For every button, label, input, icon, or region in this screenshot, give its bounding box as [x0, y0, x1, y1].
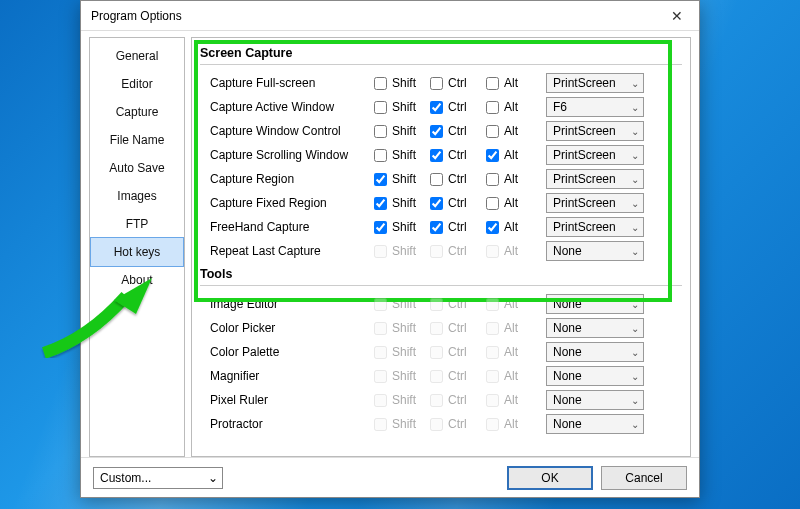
key-select[interactable]: None⌄	[546, 414, 644, 434]
sidebar-item-general[interactable]: General	[90, 42, 184, 70]
key-select-value: None	[553, 297, 582, 311]
key-select[interactable]: F6⌄	[546, 97, 644, 117]
shift-checkbox	[374, 346, 387, 359]
alt-checkbox[interactable]	[486, 149, 499, 162]
shift-label: Shift	[392, 417, 416, 431]
ctrl-modifier: Ctrl	[430, 297, 482, 311]
ctrl-checkbox	[430, 322, 443, 335]
ctrl-modifier[interactable]: Ctrl	[430, 124, 482, 138]
key-select[interactable]: PrintScreen⌄	[546, 121, 644, 141]
key-select[interactable]: None⌄	[546, 390, 644, 410]
hotkey-label: Capture Active Window	[210, 100, 370, 114]
key-select[interactable]: PrintScreen⌄	[546, 145, 644, 165]
titlebar: Program Options ✕	[81, 1, 699, 31]
ctrl-modifier[interactable]: Ctrl	[430, 220, 482, 234]
ctrl-modifier[interactable]: Ctrl	[430, 148, 482, 162]
sidebar-item-auto-save[interactable]: Auto Save	[90, 154, 184, 182]
sidebar-item-hot-keys[interactable]: Hot keys	[90, 237, 184, 267]
key-select[interactable]: PrintScreen⌄	[546, 169, 644, 189]
shift-checkbox[interactable]	[374, 197, 387, 210]
alt-checkbox	[486, 370, 499, 383]
ctrl-checkbox[interactable]	[430, 125, 443, 138]
alt-label: Alt	[504, 100, 518, 114]
shift-label: Shift	[392, 345, 416, 359]
ctrl-checkbox[interactable]	[430, 149, 443, 162]
key-select[interactable]: PrintScreen⌄	[546, 193, 644, 213]
alt-label: Alt	[504, 297, 518, 311]
alt-label: Alt	[504, 148, 518, 162]
chevron-down-icon: ⌄	[631, 395, 639, 406]
alt-modifier[interactable]: Alt	[486, 76, 538, 90]
profile-select[interactable]: Custom... ⌄	[93, 467, 223, 489]
alt-checkbox[interactable]	[486, 173, 499, 186]
ctrl-label: Ctrl	[448, 369, 467, 383]
alt-checkbox[interactable]	[486, 125, 499, 138]
alt-checkbox[interactable]	[486, 77, 499, 90]
shift-modifier[interactable]: Shift	[374, 172, 426, 186]
shift-checkbox[interactable]	[374, 125, 387, 138]
sidebar-item-capture[interactable]: Capture	[90, 98, 184, 126]
shift-modifier[interactable]: Shift	[374, 148, 426, 162]
ctrl-checkbox[interactable]	[430, 101, 443, 114]
alt-checkbox[interactable]	[486, 101, 499, 114]
ctrl-modifier[interactable]: Ctrl	[430, 172, 482, 186]
key-select[interactable]: None⌄	[546, 294, 644, 314]
alt-modifier[interactable]: Alt	[486, 124, 538, 138]
key-select[interactable]: None⌄	[546, 241, 644, 261]
ctrl-modifier[interactable]: Ctrl	[430, 196, 482, 210]
key-select[interactable]: None⌄	[546, 342, 644, 362]
cancel-button[interactable]: Cancel	[601, 466, 687, 490]
hotkey-label: Capture Window Control	[210, 124, 370, 138]
key-select[interactable]: None⌄	[546, 318, 644, 338]
shift-modifier: Shift	[374, 244, 426, 258]
sidebar-item-images[interactable]: Images	[90, 182, 184, 210]
shift-modifier[interactable]: Shift	[374, 76, 426, 90]
shift-modifier[interactable]: Shift	[374, 124, 426, 138]
hotkey-row: Capture RegionShiftCtrlAltPrintScreen⌄	[200, 167, 682, 191]
sidebar-item-editor[interactable]: Editor	[90, 70, 184, 98]
settings-scroll[interactable]: Screen CaptureCapture Full-screenShiftCt…	[192, 38, 690, 456]
ctrl-label: Ctrl	[448, 100, 467, 114]
shift-label: Shift	[392, 172, 416, 186]
alt-checkbox[interactable]	[486, 197, 499, 210]
sidebar-item-about[interactable]: About	[90, 266, 184, 294]
shift-modifier[interactable]: Shift	[374, 220, 426, 234]
hotkey-row: Image EditorShiftCtrlAltNone⌄	[200, 292, 682, 316]
hotkey-row: ProtractorShiftCtrlAltNone⌄	[200, 412, 682, 436]
ctrl-checkbox[interactable]	[430, 173, 443, 186]
shift-checkbox	[374, 370, 387, 383]
ctrl-modifier[interactable]: Ctrl	[430, 100, 482, 114]
ctrl-modifier[interactable]: Ctrl	[430, 76, 482, 90]
ctrl-modifier: Ctrl	[430, 345, 482, 359]
alt-modifier[interactable]: Alt	[486, 148, 538, 162]
sidebar-item-file-name[interactable]: File Name	[90, 126, 184, 154]
key-select[interactable]: PrintScreen⌄	[546, 73, 644, 93]
options-dialog: Program Options ✕ GeneralEditorCaptureFi…	[80, 0, 700, 498]
ctrl-checkbox[interactable]	[430, 197, 443, 210]
hotkey-label: Capture Fixed Region	[210, 196, 370, 210]
hotkey-row: Capture Full-screenShiftCtrlAltPrintScre…	[200, 71, 682, 95]
alt-modifier[interactable]: Alt	[486, 220, 538, 234]
shift-checkbox[interactable]	[374, 149, 387, 162]
shift-checkbox[interactable]	[374, 173, 387, 186]
ctrl-checkbox[interactable]	[430, 221, 443, 234]
close-button[interactable]: ✕	[655, 1, 699, 31]
alt-modifier[interactable]: Alt	[486, 100, 538, 114]
key-select[interactable]: None⌄	[546, 366, 644, 386]
shift-checkbox[interactable]	[374, 101, 387, 114]
section-title: Tools	[200, 263, 682, 283]
shift-checkbox[interactable]	[374, 221, 387, 234]
shift-modifier[interactable]: Shift	[374, 100, 426, 114]
ctrl-checkbox[interactable]	[430, 77, 443, 90]
section-divider	[200, 285, 682, 286]
alt-checkbox[interactable]	[486, 221, 499, 234]
sidebar-item-ftp[interactable]: FTP	[90, 210, 184, 238]
key-select[interactable]: PrintScreen⌄	[546, 217, 644, 237]
alt-modifier[interactable]: Alt	[486, 172, 538, 186]
category-sidebar: GeneralEditorCaptureFile NameAuto SaveIm…	[89, 37, 185, 457]
section-title: Screen Capture	[200, 42, 682, 62]
ok-button[interactable]: OK	[507, 466, 593, 490]
shift-checkbox[interactable]	[374, 77, 387, 90]
shift-modifier[interactable]: Shift	[374, 196, 426, 210]
alt-modifier[interactable]: Alt	[486, 196, 538, 210]
